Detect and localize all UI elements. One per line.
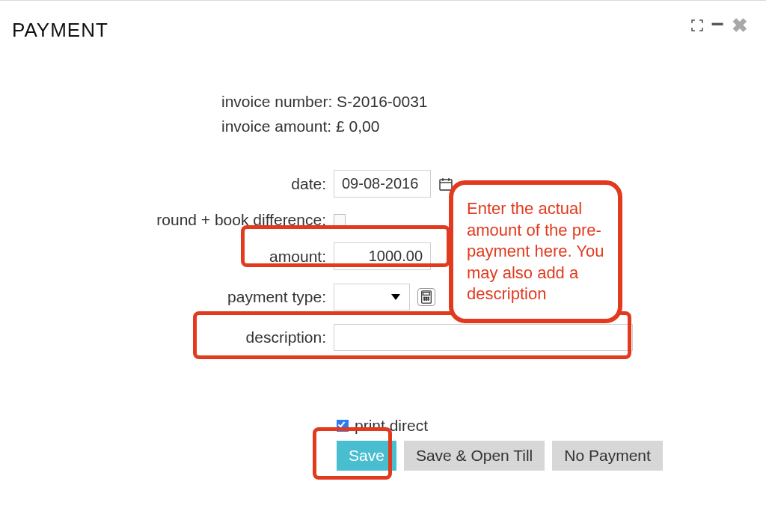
svg-rect-0 xyxy=(440,180,452,190)
svg-point-8 xyxy=(428,297,429,299)
close-icon[interactable]: ✖ xyxy=(732,19,748,32)
date-input[interactable] xyxy=(334,170,431,198)
print-direct-label: print direct xyxy=(355,417,428,435)
svg-point-10 xyxy=(426,299,427,301)
payment-type-label: payment type: xyxy=(139,288,334,306)
calculator-icon[interactable] xyxy=(417,288,435,306)
svg-rect-5 xyxy=(423,293,430,296)
svg-point-11 xyxy=(428,299,429,301)
invoice-amount-label: invoice amount: xyxy=(221,117,331,135)
invoice-amount-value: £ 0,00 xyxy=(336,117,379,135)
svg-point-7 xyxy=(426,297,427,299)
description-input[interactable] xyxy=(334,324,633,351)
payment-type-select[interactable] xyxy=(334,284,410,311)
invoice-info: invoice number: S-2016-0031 invoice amou… xyxy=(221,90,754,138)
amount-label: amount: xyxy=(139,248,334,266)
invoice-number-label: invoice number: xyxy=(221,93,332,110)
svg-point-6 xyxy=(423,297,425,299)
save-open-till-button[interactable]: Save & Open Till xyxy=(404,441,545,471)
amount-input[interactable] xyxy=(334,242,431,270)
invoice-number-value: S-2016-0031 xyxy=(337,93,427,110)
minimize-icon[interactable]: − xyxy=(711,21,724,27)
page-title: PAYMENT xyxy=(12,19,754,42)
expand-icon[interactable] xyxy=(691,19,703,31)
chevron-down-icon xyxy=(391,294,400,300)
save-button[interactable]: Save xyxy=(337,441,396,471)
svg-point-9 xyxy=(423,299,425,301)
round-book-checkbox[interactable] xyxy=(334,214,346,226)
description-label: description: xyxy=(139,328,334,346)
print-direct-checkbox[interactable] xyxy=(337,420,349,432)
annotation-callout: Enter the actual amount of the pre-payme… xyxy=(449,180,622,323)
no-payment-button[interactable]: No Payment xyxy=(552,441,663,471)
date-label: date: xyxy=(139,175,334,193)
round-book-label: round + book difference: xyxy=(139,211,334,229)
